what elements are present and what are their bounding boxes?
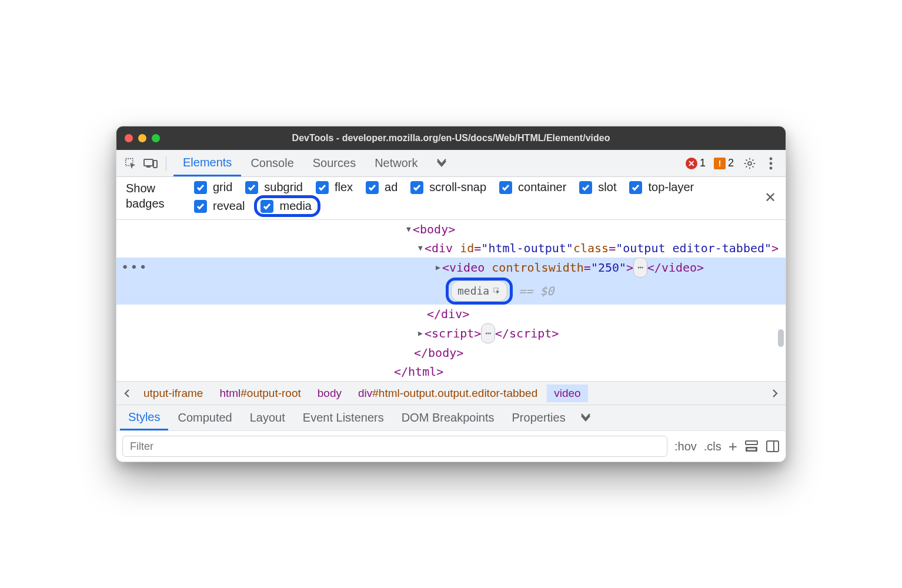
styles-filter-bar: :hov .cls +	[116, 430, 786, 462]
subtab-properties[interactable]: Properties	[504, 405, 574, 430]
badge-grid[interactable]: grid	[194, 181, 232, 194]
tree-row-html-close[interactable]: </html>	[116, 362, 786, 381]
dollar-zero: == $0	[519, 282, 554, 300]
tab-console[interactable]: Console	[241, 150, 303, 176]
close-badges-bar-icon[interactable]: ✕	[764, 189, 776, 206]
svg-point-5	[770, 157, 773, 160]
rendering-panel-icon[interactable]	[766, 440, 780, 453]
badge-subgrid[interactable]: subgrid	[245, 181, 303, 194]
tab-network[interactable]: Network	[365, 150, 427, 176]
subtab-computed[interactable]: Computed	[169, 405, 240, 430]
tree-row-body-open[interactable]: ▼<body>	[116, 220, 786, 239]
badges-list: grid subgrid flex ad scroll-snap contain…	[194, 181, 748, 215]
tree-row-div-open[interactable]: ▼<div id="html-output" class="output edi…	[116, 239, 786, 258]
svg-point-4	[748, 162, 751, 165]
badge-scroll-snap[interactable]: scroll-snap	[410, 181, 486, 194]
tree-row-div-close[interactable]: </div>	[116, 305, 786, 323]
svg-point-7	[770, 166, 773, 169]
more-options-icon[interactable]	[762, 157, 780, 170]
more-subtabs-button[interactable]	[575, 412, 596, 424]
checkbox-icon	[260, 200, 273, 213]
error-icon: ✕	[686, 158, 697, 169]
warning-counter[interactable]: ! 2	[714, 157, 734, 169]
warning-icon: !	[714, 158, 726, 169]
error-count: 1	[700, 157, 706, 169]
devtools-window: DevTools - developer.mozilla.org/en-US/d…	[116, 126, 786, 462]
badge-settings-bar: Show badges grid subgrid flex ad scroll-…	[116, 177, 786, 220]
badge-container[interactable]: container	[499, 181, 566, 194]
svg-rect-9	[746, 441, 757, 445]
badge-top-layer[interactable]: top-layer	[629, 181, 694, 194]
checkbox-icon	[629, 181, 642, 194]
crumb-div[interactable]: div#html-output.output.editor-tabbed	[351, 385, 544, 402]
svg-rect-1	[144, 159, 153, 166]
scrollbar-thumb[interactable]	[778, 329, 784, 347]
checkbox-icon	[366, 181, 379, 194]
new-style-rule-icon[interactable]: +	[729, 437, 737, 456]
crumbs-scroll-left-icon[interactable]	[120, 389, 134, 398]
titlebar: DevTools - developer.mozilla.org/en-US/d…	[116, 126, 786, 150]
tree-row-script[interactable]: ▶<script>⋯</script>	[116, 323, 786, 343]
subtab-layout[interactable]: Layout	[242, 405, 293, 430]
panel-tabs: Elements Console Sources Network	[173, 150, 427, 176]
checkbox-icon	[194, 181, 207, 194]
crumb-html[interactable]: html#output-root	[212, 385, 308, 402]
svg-rect-12	[767, 441, 779, 452]
crumb-iframe[interactable]: utput-iframe	[136, 385, 210, 402]
svg-point-6	[770, 162, 773, 165]
error-counter[interactable]: ✕ 1	[686, 157, 706, 169]
toggle-cls-button[interactable]: .cls	[704, 440, 721, 453]
svg-rect-3	[153, 161, 157, 168]
main-toolbar: Elements Console Sources Network ✕ 1 ! 2	[116, 150, 786, 177]
checkbox-icon	[579, 181, 592, 194]
badge-reveal[interactable]: reveal	[194, 198, 245, 215]
media-badge-highlight: media	[446, 278, 513, 305]
toolbar-separator	[166, 156, 166, 171]
computed-styles-sidebar-icon[interactable]	[744, 440, 759, 453]
badge-media[interactable]: media	[260, 199, 311, 213]
checkbox-icon	[316, 181, 329, 194]
crumb-video[interactable]: video	[547, 385, 587, 402]
tree-row-body-close[interactable]: </body>	[116, 343, 786, 362]
media-badge[interactable]: media	[451, 280, 507, 302]
dom-breadcrumbs: utput-iframe html#output-root body div#h…	[116, 381, 786, 405]
badge-slot[interactable]: slot	[579, 181, 616, 194]
tab-sources[interactable]: Sources	[303, 150, 365, 176]
tree-row-video-badge[interactable]: media == $0	[116, 278, 786, 305]
checkbox-icon	[194, 200, 207, 213]
issue-counters[interactable]: ✕ 1 ! 2	[686, 157, 734, 169]
ellipsis-pill[interactable]: ⋯	[481, 323, 495, 343]
toggle-hov-button[interactable]: :hov	[674, 440, 697, 453]
warning-count: 2	[728, 157, 734, 169]
device-toolbar-icon[interactable]	[142, 155, 159, 172]
checkbox-icon	[245, 181, 258, 194]
window-title: DevTools - developer.mozilla.org/en-US/d…	[116, 133, 786, 143]
crumb-body[interactable]: body	[310, 385, 349, 402]
tree-row-video[interactable]: ••• ▶<video controls width="250">⋯</vide…	[116, 258, 786, 278]
expand-dots-icon[interactable]: •••	[121, 258, 148, 277]
styles-filter-input[interactable]	[122, 436, 667, 457]
svg-rect-11	[747, 449, 756, 450]
styles-subtabs: Styles Computed Layout Event Listeners D…	[116, 405, 786, 430]
badge-ad[interactable]: ad	[366, 181, 397, 194]
more-tabs-button[interactable]	[431, 158, 452, 169]
badges-label: Show badges	[126, 181, 183, 211]
dom-tree[interactable]: ▼<body> ▼<div id="html-output" class="ou…	[116, 220, 786, 381]
inspect-element-icon[interactable]	[122, 155, 139, 172]
crumbs-scroll-right-icon[interactable]	[768, 389, 782, 398]
svg-rect-2	[146, 166, 151, 168]
subtab-styles[interactable]: Styles	[120, 405, 168, 430]
ellipsis-pill[interactable]: ⋯	[633, 258, 647, 278]
badge-flex[interactable]: flex	[316, 181, 353, 194]
checkbox-icon	[410, 181, 423, 194]
checkbox-icon	[499, 181, 512, 194]
tab-elements[interactable]: Elements	[173, 150, 241, 176]
subtab-dom-breakpoints[interactable]: DOM Breakpoints	[393, 405, 503, 430]
badge-media-highlight: media	[254, 195, 320, 217]
subtab-event-listeners[interactable]: Event Listeners	[295, 405, 392, 430]
settings-icon[interactable]	[741, 157, 759, 170]
